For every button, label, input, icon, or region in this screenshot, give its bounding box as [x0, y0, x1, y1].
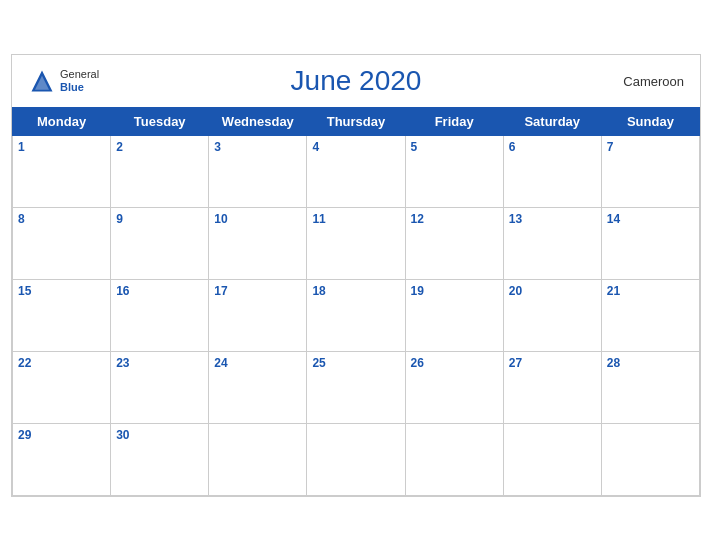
day-number: 17: [214, 284, 301, 298]
calendar-day: [601, 423, 699, 495]
calendar: General Blue June 2020 Cameroon Monday T…: [11, 54, 701, 497]
calendar-day: 1: [13, 135, 111, 207]
logo-blue-label: Blue: [60, 81, 99, 93]
day-number: 2: [116, 140, 203, 154]
calendar-day: 12: [405, 207, 503, 279]
calendar-day: [209, 423, 307, 495]
day-number: 29: [18, 428, 105, 442]
calendar-header: General Blue June 2020 Cameroon: [12, 55, 700, 107]
table-row: 891011121314: [13, 207, 700, 279]
calendar-day: 8: [13, 207, 111, 279]
day-number: 25: [312, 356, 399, 370]
day-number: 23: [116, 356, 203, 370]
day-number: 12: [411, 212, 498, 226]
header-friday: Friday: [405, 107, 503, 135]
header-monday: Monday: [13, 107, 111, 135]
day-number: 8: [18, 212, 105, 226]
calendar-day: 26: [405, 351, 503, 423]
day-number: 4: [312, 140, 399, 154]
header-sunday: Sunday: [601, 107, 699, 135]
logo: General Blue: [28, 67, 99, 95]
calendar-day: 9: [111, 207, 209, 279]
day-number: 26: [411, 356, 498, 370]
logo-text: General Blue: [60, 68, 99, 92]
weekday-header-row: Monday Tuesday Wednesday Thursday Friday…: [13, 107, 700, 135]
calendar-day: 18: [307, 279, 405, 351]
day-number: 3: [214, 140, 301, 154]
calendar-day: 22: [13, 351, 111, 423]
calendar-day: 20: [503, 279, 601, 351]
table-row: 1234567: [13, 135, 700, 207]
calendar-day: 28: [601, 351, 699, 423]
day-number: 21: [607, 284, 694, 298]
calendar-day: 13: [503, 207, 601, 279]
day-number: 28: [607, 356, 694, 370]
day-number: 18: [312, 284, 399, 298]
calendar-day: 24: [209, 351, 307, 423]
calendar-day: 25: [307, 351, 405, 423]
table-row: 15161718192021: [13, 279, 700, 351]
calendar-day: 27: [503, 351, 601, 423]
calendar-day: 7: [601, 135, 699, 207]
calendar-day: [405, 423, 503, 495]
day-number: 15: [18, 284, 105, 298]
day-number: 19: [411, 284, 498, 298]
header-wednesday: Wednesday: [209, 107, 307, 135]
calendar-day: 4: [307, 135, 405, 207]
page-title: June 2020: [291, 65, 422, 97]
calendar-day: [307, 423, 405, 495]
day-number: 7: [607, 140, 694, 154]
day-number: 27: [509, 356, 596, 370]
calendar-day: 16: [111, 279, 209, 351]
calendar-body: 1234567891011121314151617181920212223242…: [13, 135, 700, 495]
calendar-day: 11: [307, 207, 405, 279]
header-thursday: Thursday: [307, 107, 405, 135]
calendar-day: 10: [209, 207, 307, 279]
calendar-day: 21: [601, 279, 699, 351]
day-number: 6: [509, 140, 596, 154]
day-number: 13: [509, 212, 596, 226]
day-number: 1: [18, 140, 105, 154]
table-row: 2930: [13, 423, 700, 495]
calendar-day: 6: [503, 135, 601, 207]
day-number: 10: [214, 212, 301, 226]
calendar-day: 30: [111, 423, 209, 495]
calendar-day: 17: [209, 279, 307, 351]
calendar-day: 19: [405, 279, 503, 351]
day-number: 11: [312, 212, 399, 226]
logo-icon: [28, 67, 56, 95]
calendar-day: 3: [209, 135, 307, 207]
calendar-day: 14: [601, 207, 699, 279]
calendar-day: 23: [111, 351, 209, 423]
calendar-day: [503, 423, 601, 495]
country-label: Cameroon: [623, 73, 684, 88]
calendar-grid: Monday Tuesday Wednesday Thursday Friday…: [12, 107, 700, 496]
header-saturday: Saturday: [503, 107, 601, 135]
logo-general-label: General: [60, 68, 99, 80]
calendar-day: 15: [13, 279, 111, 351]
calendar-day: 29: [13, 423, 111, 495]
day-number: 5: [411, 140, 498, 154]
day-number: 30: [116, 428, 203, 442]
day-number: 16: [116, 284, 203, 298]
day-number: 24: [214, 356, 301, 370]
day-number: 14: [607, 212, 694, 226]
calendar-day: 5: [405, 135, 503, 207]
day-number: 20: [509, 284, 596, 298]
day-number: 9: [116, 212, 203, 226]
header-tuesday: Tuesday: [111, 107, 209, 135]
table-row: 22232425262728: [13, 351, 700, 423]
day-number: 22: [18, 356, 105, 370]
calendar-day: 2: [111, 135, 209, 207]
